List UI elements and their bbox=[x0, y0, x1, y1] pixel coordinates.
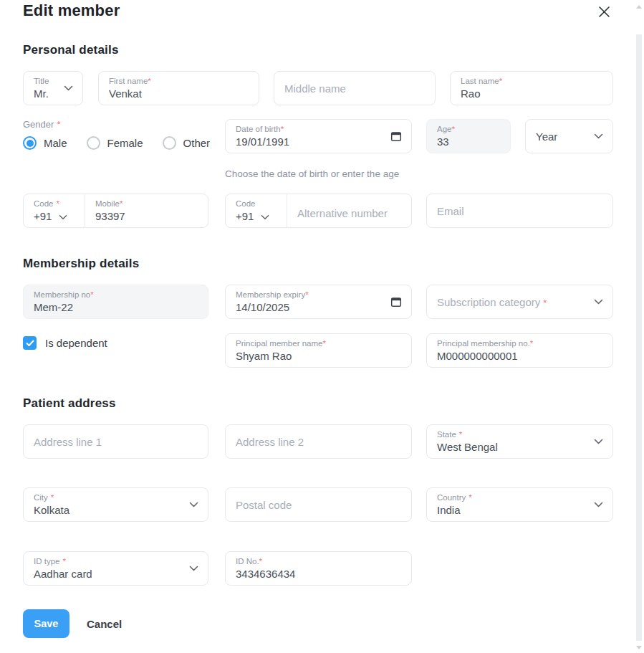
first-name-value: Venkat bbox=[109, 87, 249, 101]
postal-code-field[interactable]: Postal code bbox=[225, 487, 412, 522]
first-name-label: First name* bbox=[109, 76, 249, 86]
last-name-value: Rao bbox=[461, 87, 602, 101]
chevron-down-icon bbox=[64, 85, 73, 91]
principal-member-name-label: Principal member name* bbox=[236, 338, 401, 348]
chevron-down-icon bbox=[594, 133, 603, 139]
membership-no-field[interactable]: Membership no* Mem-22 bbox=[23, 285, 208, 319]
chevron-down-icon bbox=[594, 299, 603, 305]
is-dependent-label: Is dependent bbox=[45, 337, 107, 349]
section-patient-address: Patient address bbox=[23, 396, 613, 411]
mobile-code-label: Code* bbox=[34, 199, 75, 209]
address-line1-field[interactable]: Address line 1 bbox=[23, 424, 208, 459]
scroll-down-arrow-icon[interactable] bbox=[636, 646, 642, 649]
calendar-icon[interactable] bbox=[390, 130, 402, 142]
id-no-value: 3434636434 bbox=[236, 567, 401, 581]
email-field[interactable]: Email bbox=[426, 194, 613, 228]
membership-expiry-field[interactable]: Membership expiry* 14/10/2025 bbox=[225, 285, 412, 319]
radio-male[interactable]: Male bbox=[23, 136, 67, 150]
id-no-field[interactable]: ID No.* 3434636434 bbox=[225, 551, 412, 586]
country-label: Country* bbox=[437, 492, 602, 502]
age-unit-value: Year bbox=[536, 130, 557, 144]
state-select[interactable]: State* West Bengal bbox=[426, 424, 613, 459]
city-select[interactable]: City* Kolkata bbox=[23, 487, 208, 522]
chevron-down-icon bbox=[261, 210, 269, 222]
checkbox-checked-icon bbox=[23, 336, 37, 350]
address-line2-field[interactable]: Address line 2 bbox=[225, 424, 412, 459]
dependent-row: Is dependent Principal member name* Shya… bbox=[23, 333, 613, 368]
alt-number-field[interactable]: Alternative number bbox=[287, 194, 411, 227]
membership-expiry-value: 14/10/2025 bbox=[236, 300, 401, 315]
subscription-category-select[interactable]: Subscription category* bbox=[426, 285, 613, 319]
address-row-2: City* Kolkata Postal code Country* India bbox=[23, 487, 613, 522]
alt-code-label: Code bbox=[236, 199, 277, 209]
close-icon[interactable] bbox=[595, 3, 613, 23]
first-name-field[interactable]: First name* Venkat bbox=[98, 71, 259, 105]
id-type-select[interactable]: ID type* Aadhar card bbox=[23, 551, 208, 586]
mobile-group: Code* +91 Mobile* 93397 bbox=[23, 194, 208, 228]
principal-membership-no-field[interactable]: Principal membership no.* M000000000001 bbox=[426, 333, 613, 368]
id-no-label: ID No.* bbox=[236, 556, 401, 566]
title-select[interactable]: Title Mr. bbox=[23, 71, 83, 105]
city-value: Kolkata bbox=[34, 503, 198, 518]
modal-header: Edit member bbox=[23, 1, 613, 23]
mobile-code-value: +91 bbox=[34, 210, 52, 222]
radio-other[interactable]: Other bbox=[163, 136, 211, 150]
last-name-label: Last name* bbox=[461, 76, 602, 86]
section-personal-details: Personal details bbox=[23, 43, 613, 57]
state-label: State* bbox=[437, 429, 602, 439]
age-value: 33 bbox=[437, 135, 500, 149]
membership-row: Membership no* Mem-22 Membership expiry*… bbox=[23, 285, 613, 319]
scrollbar-thumb[interactable] bbox=[636, 34, 642, 641]
last-name-field[interactable]: Last name* Rao bbox=[450, 71, 613, 105]
dob-value: 19/01/1991 bbox=[236, 135, 401, 149]
is-dependent-checkbox[interactable]: Is dependent bbox=[23, 336, 225, 350]
address-line1-placeholder: Address line 1 bbox=[34, 436, 102, 448]
chevron-down-icon bbox=[189, 502, 198, 507]
id-type-label: ID type* bbox=[34, 556, 198, 566]
alt-number-placeholder: Alternative number bbox=[297, 207, 388, 219]
cancel-button[interactable]: Cancel bbox=[87, 618, 122, 630]
save-button[interactable]: Save bbox=[23, 609, 69, 638]
mobile-value: 93397 bbox=[95, 209, 198, 224]
date-of-birth-field[interactable]: Date of birth* 19/01/1991 bbox=[225, 119, 412, 153]
mobile-label: Mobile* bbox=[95, 199, 198, 209]
scroll-up-arrow-icon[interactable] bbox=[636, 5, 642, 9]
radio-female[interactable]: Female bbox=[87, 136, 143, 150]
state-value: West Bengal bbox=[437, 440, 602, 454]
alt-code-select[interactable]: Code +91 bbox=[226, 194, 287, 227]
action-bar: Save Cancel bbox=[23, 609, 613, 638]
gender-group: Gender* Male Female Other bbox=[23, 119, 225, 150]
gender-radios: Male Female Other bbox=[23, 136, 225, 150]
age-unit-select[interactable]: Year bbox=[525, 119, 613, 153]
edit-member-modal: Edit member Personal details Title Mr. F… bbox=[23, 0, 613, 638]
calendar-icon[interactable] bbox=[390, 296, 402, 308]
name-row: Title Mr. First name* Venkat Middle name… bbox=[23, 71, 613, 105]
city-label: City* bbox=[34, 492, 198, 502]
principal-member-name-value: Shyam Rao bbox=[236, 349, 401, 363]
principal-membership-no-value: M000000000001 bbox=[437, 349, 602, 363]
address-row-1: Address line 1 Address line 2 State* Wes… bbox=[23, 424, 613, 459]
radio-icon bbox=[87, 136, 100, 150]
email-placeholder: Email bbox=[437, 205, 464, 217]
subscription-category-placeholder: Subscription category* bbox=[437, 296, 547, 308]
section-membership-details: Membership details bbox=[23, 257, 613, 271]
principal-member-name-field[interactable]: Principal member name* Shyam Rao bbox=[225, 333, 412, 368]
mobile-field[interactable]: Mobile* 93397 bbox=[85, 194, 208, 227]
membership-expiry-label: Membership expiry* bbox=[236, 290, 401, 300]
id-row: ID type* Aadhar card ID No.* 3434636434 bbox=[23, 551, 613, 586]
contact-row: Code* +91 Mobile* 93397 Code +91 Alterna… bbox=[23, 194, 613, 228]
age-field[interactable]: Age* 33 bbox=[426, 119, 511, 153]
radio-selected-icon bbox=[23, 136, 37, 150]
country-value: India bbox=[437, 503, 602, 518]
dependent-block: Is dependent bbox=[23, 333, 225, 350]
dob-label: Date of birth* bbox=[236, 124, 401, 134]
radio-icon bbox=[163, 136, 176, 150]
country-select[interactable]: Country* India bbox=[426, 487, 613, 522]
middle-name-field[interactable]: Middle name bbox=[274, 71, 436, 105]
dob-hint: Choose the date of birth or enter the ag… bbox=[225, 168, 613, 179]
address-line2-placeholder: Address line 2 bbox=[236, 436, 304, 448]
title-label: Title bbox=[34, 76, 72, 86]
alt-number-group: Code +91 Alternative number bbox=[225, 194, 412, 228]
age-label: Age* bbox=[437, 124, 500, 134]
mobile-code-select[interactable]: Code* +91 bbox=[24, 194, 85, 227]
